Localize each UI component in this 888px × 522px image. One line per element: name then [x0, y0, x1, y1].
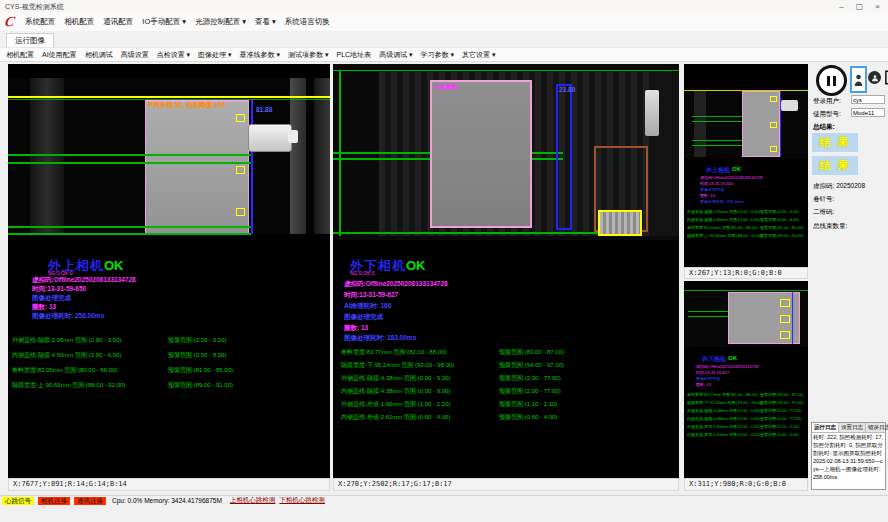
measure-line — [8, 154, 251, 156]
scene-shade — [314, 78, 330, 234]
loop-line: 圈数: 13 — [32, 303, 56, 312]
thumb-camera-name: 外下相机 — [702, 355, 726, 364]
upper-camera-heartbeat-link[interactable]: 上相机心跳检测 — [230, 496, 276, 505]
measurement-value: 外侧直线-隔膜:4.38mm 范围:(0.00 - 9.00) — [341, 374, 450, 383]
menu-io-manual-config[interactable]: IO手动配置 ▾ — [142, 17, 186, 27]
titlebar: CYS-视觉检测系统 – ▢ × — [0, 0, 888, 13]
material-region-box — [145, 100, 249, 234]
menu-view[interactable]: 查看 ▾ — [255, 17, 276, 27]
pause-button[interactable] — [816, 65, 847, 96]
model-field[interactable] — [851, 108, 885, 117]
measure-line — [692, 145, 742, 146]
exit-button[interactable] — [884, 70, 888, 85]
user-icon — [854, 73, 863, 87]
bundle-count-label: 总线束数量: — [813, 222, 847, 231]
upper-camera-thumbnail[interactable]: 外上相机 OK 虚拟码:Offline20250208133134728 时间:… — [684, 64, 808, 267]
thumb-meas: 外侧直线-隔膜:4.38mm 范围:(0.00 - 9.00) — [687, 408, 760, 413]
tool-advanced-debug[interactable]: 高级调试 ▾ — [379, 50, 412, 60]
thumb-meas: 隔膜宽度-上:90.56mm 范围:(88.00 - 92.00) — [687, 233, 763, 238]
measurement-warn: 预警范围:(83.00 - 87.00) — [499, 348, 564, 357]
upper-camera-image[interactable]: 平均灰值:93, 动态阈值:100 81.88 — [8, 78, 330, 234]
measurement-value: 外侧直线-隔膜:2.95mm 范围:(2.00 - 3.50) — [12, 336, 121, 345]
menu-system-config[interactable]: 系统配置 — [25, 17, 55, 27]
menubar: C 系统配置 相机配置 通讯配置 IO手动配置 ▾ 光源控制配置 ▾ 查看 ▾ … — [0, 13, 888, 32]
tool-camera-config[interactable]: 相机配置 — [6, 50, 34, 60]
operator-button[interactable] — [868, 71, 881, 84]
tool-test-params[interactable]: 测试项参数 ▾ — [288, 50, 328, 60]
camera-ok-status: OK — [104, 258, 124, 273]
scene-shade — [694, 91, 706, 157]
tool-learning-params[interactable]: 学习参数 ▾ — [421, 50, 454, 60]
marker-box — [780, 315, 790, 323]
exit-door-icon — [884, 70, 888, 85]
lower-camera-image[interactable]: AI检测框 23.80 — [333, 64, 679, 240]
tool-spot-check[interactable]: 点检设置 ▾ — [157, 50, 190, 60]
measurement-warn: 预警范围:(81.00 - 85.00) — [168, 366, 233, 375]
thumb-meas: 预警范围:(89.00 - 91.00) — [760, 233, 803, 238]
tool-plc-address-table[interactable]: PLC地址表 — [337, 50, 372, 60]
ai-detect-box: AI检测框 — [430, 80, 532, 228]
tab-error-log[interactable]: 错误日志 — [866, 423, 888, 432]
toolbar: 相机配置 AI使用配置 相机调试 高级设置 点检设置 ▾ 图像处理 ▾ 基准线参… — [0, 47, 888, 62]
qrcode-label: 二维码: — [813, 208, 834, 217]
measurement-value: 隔膜宽度-上:90.56mm 范围:(88.00 - 92.00) — [12, 381, 125, 390]
thumb-meas: 内侧直线-隔膜:4.60mm 范围:(3.00 - 6.00) — [687, 217, 760, 222]
user-login-button[interactable] — [850, 66, 867, 93]
lower-camera-panel[interactable]: AI检测框 23.80 外下相机OK NG:0;OK:0 虚拟码:Offline… — [333, 64, 679, 478]
thumb-meas: 内侧直线-隔膜:4.38mm 范围:(0.00 - 9.00) — [687, 416, 760, 421]
measurement-warn: 预警范围:(2.00 - 77.00) — [499, 387, 561, 396]
thumb-meas: 预警范围:(83.00 - 87.00) — [760, 392, 803, 397]
menu-language-switch[interactable]: 系统语言切换 — [285, 17, 330, 27]
tool-other-settings[interactable]: 其它设置 ▾ — [462, 50, 495, 60]
menu-camera-config[interactable]: 相机配置 — [64, 17, 94, 27]
close-button[interactable]: × — [875, 0, 880, 13]
tool-baseline-params[interactable]: 基准线参数 ▾ — [240, 50, 280, 60]
measure-line — [333, 232, 603, 234]
time-line: 时间:13-31-59-650 — [32, 285, 86, 294]
menu-comm-config[interactable]: 通讯配置 — [103, 17, 133, 27]
done-line: 图像处理完成 — [32, 294, 71, 303]
upper-camera-panel[interactable]: 平均灰值:93, 动态阈值:100 81.88 外上相机OK NG:0;OK:0… — [8, 64, 330, 478]
tab-run-log[interactable]: 运行日志 — [812, 423, 839, 432]
measurement-warn: 预警范围:(1.10 - 2.10) — [499, 400, 557, 409]
upper-camera-cursor-readout: X:7677;Y:891;R:14;G:14;B:14 — [8, 478, 330, 491]
log-tabs: 运行日志 设置日志 错误日志 — [812, 423, 885, 433]
measure-line — [692, 121, 742, 122]
tool-camera-debug[interactable]: 相机调试 — [85, 50, 113, 60]
measure-line-blue — [251, 100, 253, 234]
measurement-value: 内侧直线-差值:2.61mm 范围:(0.60 - 4.00) — [341, 413, 450, 422]
thumb-meas: 外侧直线-隔膜:2.95mm 范围:(2.00 - 3.50) — [687, 209, 760, 214]
menu-light-control-config[interactable]: 光源控制配置 ▾ — [195, 17, 246, 27]
marker-box — [236, 166, 245, 174]
pin-number-label: 卷针号: — [813, 195, 834, 204]
marker-box — [770, 146, 777, 152]
tool-advanced-settings[interactable]: 高级设置 — [121, 50, 149, 60]
cpu-memory-readout: Cpu: 0.0% Memory: 3424.41796875M — [112, 497, 222, 504]
right-sidebar: 登录用户: 使用型号: 总结果: 结 果 结 果 虚拟码: 20250208 卷… — [810, 62, 888, 495]
measure-line — [688, 311, 728, 312]
measurement-value: 卷料宽度:83.05mm 范围:(80.00 - 86.00) — [12, 366, 117, 375]
lower-camera-thumbnail[interactable]: 外下相机 OK 虚拟码:Offline20250208133134728 时间:… — [684, 281, 808, 478]
measurement-value: 隔膜宽度-下:95.24mm 范围:(93.00 - 98.00) — [341, 361, 454, 370]
virtual-code-value: 20250208 — [836, 182, 865, 189]
ng-counter: NG:0;OK:0 — [350, 270, 374, 276]
thumb-loop: 圈数: 13 — [700, 193, 715, 198]
loop-line: 圈数: 13 — [344, 324, 368, 333]
minimize-button[interactable]: – — [839, 0, 843, 13]
frame-line — [333, 70, 679, 71]
measure-line — [688, 316, 728, 317]
thumb-loop: 圈数: 13 — [696, 382, 711, 387]
tab-settings-log[interactable]: 设置日志 — [839, 423, 866, 432]
tab-run-image[interactable]: 运行图像 — [6, 33, 54, 48]
lower-camera-heartbeat-link[interactable]: 下相机心跳检测 — [279, 496, 325, 505]
login-user-field[interactable] — [851, 95, 885, 104]
model-label: 使用型号: — [813, 110, 841, 119]
maximize-button[interactable]: ▢ — [856, 0, 864, 13]
blue-measure-box — [556, 84, 572, 230]
tool-ai-usage-config[interactable]: AI使用配置 — [42, 50, 77, 60]
tool-image-processing[interactable]: 图像处理 ▾ — [198, 50, 231, 60]
measure-line — [692, 116, 742, 117]
heartbeat-status-badge: 心跳信号 — [2, 497, 34, 505]
connector-part — [781, 100, 798, 111]
measurement-warn: 预警范围:(0.60 - 4.00) — [499, 413, 557, 422]
